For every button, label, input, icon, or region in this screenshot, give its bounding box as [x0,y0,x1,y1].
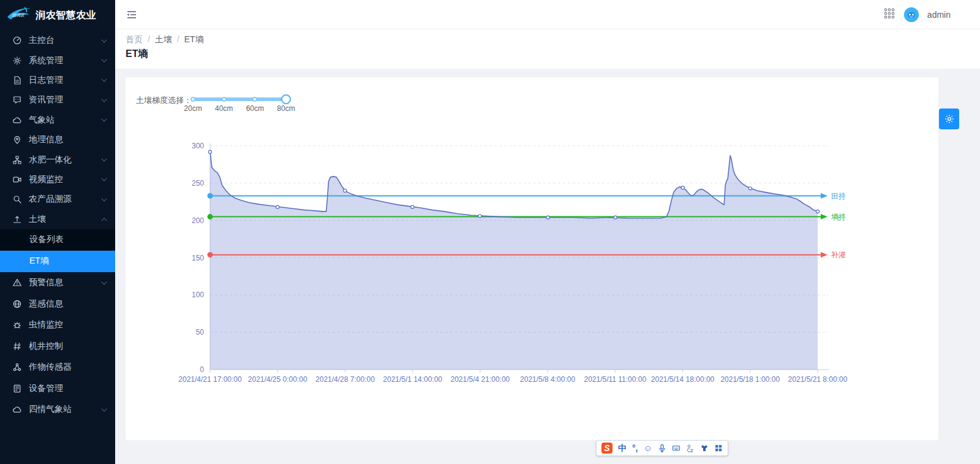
sidebar-item-label: 土壤 [29,214,46,225]
cloud-icon [12,115,22,125]
sidebar-item-label: 遥感信息 [29,299,63,310]
sidebar-item-虫情监控[interactable]: 虫情监控 [0,314,115,336]
sidebar-collapse-button[interactable] [126,9,138,21]
chevron-up-icon [101,218,107,223]
breadcrumb-item-土壤[interactable]: 土壤 [155,34,172,45]
sidebar-item-label: 日志管理 [29,75,63,86]
sidebar-item-label: 虫情监控 [29,319,63,330]
skin-icon [700,444,709,452]
sidebar-item-作物传感器[interactable]: 作物传感器 [0,357,115,378]
svg-text:2021/5/14 18:00:00: 2021/5/14 18:00:00 [651,375,715,384]
sidebar-item-遥感信息[interactable]: 遥感信息 [0,293,115,314]
grid-dots-icon [883,7,895,20]
emoji-face[interactable]: ☺ [644,444,652,452]
video-icon [12,175,22,184]
svg-text:2021/5/21 8:00:00: 2021/5/21 8:00:00 [788,375,848,384]
sidebar-subitem-设备列表[interactable]: 设备列表 [0,229,115,251]
pin-icon [12,135,22,145]
svg-text:250: 250 [192,179,204,188]
sidebar-item-label: 水肥一体化 [29,154,72,165]
chevron-down-icon [101,279,107,284]
sidebar-item-label: 视频监控 [29,174,63,185]
menu-fold-icon [126,9,138,21]
sidebar-item-label: 主控台 [29,35,55,46]
sidebar-subitem-ET墒[interactable]: ET墒 [0,251,115,272]
svg-text:2021/5/4 21:00:00: 2021/5/4 21:00:00 [451,375,510,384]
sidebar-item-label: 地理信息 [29,134,63,145]
breadcrumb-item-首页[interactable]: 首页 [126,34,143,45]
sidebar-item-label: 设备管理 [29,383,63,394]
mic-icon[interactable] [658,444,666,452]
gear-icon [12,56,22,66]
soil-icon [12,215,22,224]
hash-icon [12,341,22,351]
chevron-down-icon [101,406,107,411]
svg-text:2021/5/18 1:00:00: 2021/5/18 1:00:00 [720,375,780,384]
chevron-down-icon [101,57,107,63]
sidebar-item-label: 机井控制 [29,341,63,352]
svg-text:200: 200 [192,216,204,225]
sidebar-item-label: 四情气象站 [29,404,72,415]
topbar: admin [115,0,980,29]
handwriting-icon [686,444,695,452]
svg-text:2021/4/28 7:00:00: 2021/4/28 7:00:00 [315,375,375,384]
username[interactable]: admin [927,10,951,20]
punctuation[interactable]: °, [632,444,638,452]
input-mode[interactable]: 中 [618,444,627,452]
settings-flyout-button[interactable] [939,108,959,129]
svg-text:2021/5/8 4:00:00: 2021/5/8 4:00:00 [520,375,575,384]
sidebar-item-资讯管理[interactable]: 资讯管理 [0,90,115,110]
svg-text:2021/5/11 11:00:00: 2021/5/11 11:00:00 [584,375,647,384]
sidebar-item-水肥一体化[interactable]: 水肥一体化 [0,150,115,169]
svg-text:田持: 田持 [831,192,846,200]
sidebar-item-农产品溯源[interactable]: 农产品溯源 [0,189,115,209]
sidebar-item-土壤[interactable]: 土壤 [0,210,115,229]
gear-icon [944,113,955,124]
sidebar-item-label: 资讯管理 [29,94,63,105]
sidebar-submenu: 设备列表ET墒 [0,229,115,272]
sidebar-item-日志管理[interactable]: 日志管理 [0,70,115,90]
search-icon [12,194,22,204]
chart-card: 土壤梯度选择： 20cm40cm60cm80cm 050100150200250… [126,77,938,440]
toolbox-icon[interactable] [714,444,723,452]
svg-text:50: 50 [196,328,205,337]
sensor-icon [12,362,22,372]
svg-text:2021/5/1 14:00:00: 2021/5/1 14:00:00 [383,375,442,384]
svg-text:150: 150 [192,254,204,262]
sidebar-item-系统管理[interactable]: 系统管理 [0,50,115,70]
sidebar-item-label: 农产品溯源 [29,194,72,205]
toolbox-icon [714,444,723,452]
handwriting-icon[interactable] [686,444,695,452]
sidebar-item-主控台[interactable]: 主控台 [0,31,115,50]
nodes-icon [12,155,22,165]
app-grid-button[interactable] [883,7,895,22]
sidebar-menu: 主控台系统管理日志管理资讯管理气象站地理信息水肥一体化视频监控农产品溯源土壤设备… [0,31,115,420]
sogou-logo[interactable]: S [601,443,612,454]
avatar[interactable] [904,7,919,22]
warning-icon [12,278,22,287]
sidebar-item-视频监控[interactable]: 视频监控 [0,170,115,189]
et-moisture-chart: 0501001502002503002021/4/21 17:00:002021… [126,77,938,440]
ime-toolbar: S中°,☺ [596,440,728,456]
sidebar-item-四情气象站[interactable]: 四情气象站 [0,399,115,420]
svg-text:2021/4/21 17:00:00: 2021/4/21 17:00:00 [178,375,242,384]
svg-text:100: 100 [192,291,204,299]
sidebar-item-设备管理[interactable]: 设备管理 [0,378,115,399]
chevron-down-icon [101,116,107,122]
sidebar-item-机井控制[interactable]: 机井控制 [0,335,115,357]
sidebar-item-地理信息[interactable]: 地理信息 [0,130,115,150]
sidebar-item-预警信息[interactable]: 预警信息 [0,272,115,294]
svg-text:墒持: 墒持 [831,213,846,221]
sidebar-item-label: 气象站 [29,115,55,126]
svg-text:德润农: 德润农 [12,13,25,17]
gauge-icon [12,36,22,45]
device-icon [12,384,22,394]
keyboard-icon[interactable] [672,444,680,452]
chevron-down-icon [101,96,107,102]
breadcrumb-item-ET墒: ET墒 [184,34,204,45]
sidebar-item-label: 系统管理 [29,55,63,66]
skin-icon[interactable] [700,444,709,452]
svg-text:补灌: 补灌 [831,251,846,259]
sidebar-item-气象站[interactable]: 气象站 [0,110,115,130]
mic-icon [658,444,666,452]
